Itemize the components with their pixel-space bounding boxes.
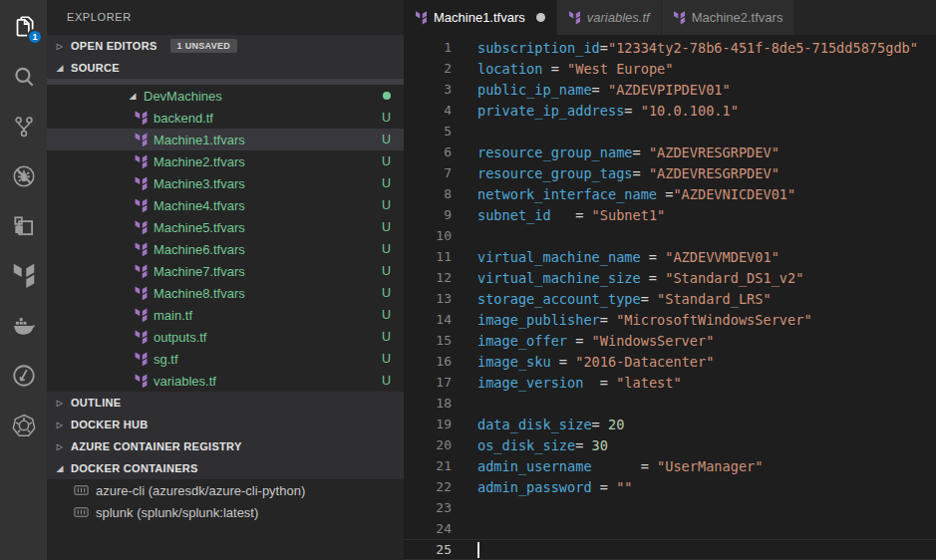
tree-row-machine8-tfvars[interactable]: Machine8.tfvarsU xyxy=(47,282,404,304)
file-name: Machine8.tfvars xyxy=(154,286,245,301)
line-number: 16 xyxy=(404,354,452,369)
tree-row-machine6-tfvars[interactable]: Machine6.tfvarsU xyxy=(47,238,404,260)
tree-row-backend-tf[interactable]: backend.tfU xyxy=(47,107,404,129)
tree-row-machine1-tfvars[interactable]: Machine1.tfvarsU xyxy=(47,129,404,150)
tree-row-devmachines[interactable]: ◢DevMachines xyxy=(47,85,404,107)
code-line-14[interactable]: 14image_publisher= "MicrosoftWindowsServ… xyxy=(404,309,936,330)
tree-row-machine4-tfvars[interactable]: Machine4.tfvarsU xyxy=(47,194,404,216)
tree-row-variables-tf[interactable]: variables.tfU xyxy=(47,370,404,392)
git-status-badge: U xyxy=(382,220,391,234)
line-content: public_ip_name= "AZDEVPIPDEV01" xyxy=(477,82,731,98)
code-line-22[interactable]: 22admin_password = "" xyxy=(404,476,936,497)
activity-item-gauge[interactable] xyxy=(0,351,47,401)
file-name: variables.tf xyxy=(154,374,216,389)
search-icon xyxy=(11,64,37,90)
activity-item-source-control[interactable] xyxy=(0,102,47,151)
line-number: 25 xyxy=(404,542,452,557)
line-number: 5 xyxy=(404,124,452,139)
code-line-15[interactable]: 15image_offer = "WindowsServer" xyxy=(404,330,936,351)
code-line-1[interactable]: 1subscription_id="12334ty2-78b6-451f-8de… xyxy=(404,37,936,58)
section-docker-containers[interactable]: ◢DOCKER CONTAINERS xyxy=(47,457,404,479)
file-name: outputs.tf xyxy=(154,330,206,345)
unsaved-count-badge: 1 UNSAVED xyxy=(170,39,238,53)
gauge-icon xyxy=(11,363,37,389)
code-line-4[interactable]: 4private_ip_address= "10.0.100.1" xyxy=(404,100,936,121)
tree-row-machine5-tfvars[interactable]: Machine5.tfvarsU xyxy=(47,216,404,238)
code-line-24[interactable]: 24 xyxy=(404,518,936,539)
code-line-25[interactable]: 25 xyxy=(404,539,936,560)
tab-bar: Machine1.tfvarsvariables.tfMachine2.tfva… xyxy=(404,0,936,35)
section-source[interactable]: ◢ SOURCE xyxy=(47,57,404,79)
activity-item-debug-disabled[interactable] xyxy=(0,151,47,201)
activity-item-kubernetes[interactable] xyxy=(0,401,47,450)
code-line-18[interactable]: 18 xyxy=(404,393,936,414)
line-number: 2 xyxy=(404,61,452,76)
code-line-12[interactable]: 12virtual_machine_size = "Standard_DS1_v… xyxy=(404,267,936,288)
activity-bar: 1 xyxy=(0,0,47,560)
code-line-23[interactable]: 23 xyxy=(404,497,936,518)
line-content: virtual_machine_size = "Standard_DS1_v2" xyxy=(477,270,803,286)
code-line-8[interactable]: 8network_interface_name ="AZDEVNICDEV01" xyxy=(404,183,936,204)
code-line-11[interactable]: 11virtual_machine_name = "AZDEVVMDEV01" xyxy=(404,246,936,267)
git-status-badge: U xyxy=(382,352,391,366)
tab-machine2-tfvars[interactable]: Machine2.tfvars xyxy=(662,0,795,35)
git-status-badge: U xyxy=(382,308,391,322)
code-line-16[interactable]: 16image_sku = "2016-Datacenter" xyxy=(404,351,936,372)
code-line-7[interactable]: 7resource_group_tags= "AZDEVRESGRPDEV" xyxy=(404,162,936,183)
docker-icon xyxy=(11,313,37,339)
file-name: Machine3.tfvars xyxy=(154,176,245,191)
terraform-icon xyxy=(11,263,37,289)
activity-item-terraform[interactable] xyxy=(0,251,47,301)
line-number: 13 xyxy=(404,291,452,306)
terraform-file-icon xyxy=(135,374,149,389)
tab-machine1-tfvars[interactable]: Machine1.tfvars xyxy=(404,0,557,35)
line-number: 23 xyxy=(404,500,452,515)
section-docker-hub[interactable]: ▷DOCKER HUB xyxy=(47,414,404,435)
tree-row-sg-tf[interactable]: sg.tfU xyxy=(47,348,404,370)
container-label: azure-cli (azuresdk/azure-cli-python) xyxy=(96,483,305,498)
code-line-19[interactable]: 19data_disk_size= 20 xyxy=(404,414,936,434)
code-line-2[interactable]: 2location = "West Europe" xyxy=(404,58,936,79)
terraform-file-icon xyxy=(135,352,149,367)
code-line-10[interactable]: 10 xyxy=(404,225,936,246)
code-line-3[interactable]: 3public_ip_name= "AZDEVPIPDEV01" xyxy=(404,79,936,100)
terraform-file-icon xyxy=(135,286,149,301)
code-line-5[interactable]: 5 xyxy=(404,121,936,141)
terraform-file-icon xyxy=(135,198,149,213)
code-line-20[interactable]: 20os_disk_size= 30 xyxy=(404,434,936,455)
tab-variables-tf[interactable]: variables.tf xyxy=(557,0,662,35)
code-line-17[interactable]: 17image_version = "latest" xyxy=(404,372,936,393)
tree-row-machine2-tfvars[interactable]: Machine2.tfvarsU xyxy=(47,150,404,172)
tree-row-main-tf[interactable]: main.tfU xyxy=(47,304,404,326)
terraform-file-icon xyxy=(135,220,149,235)
activity-item-explorer[interactable]: 1 xyxy=(0,2,47,52)
tree-row-machine3-tfvars[interactable]: Machine3.tfvarsU xyxy=(47,172,404,194)
vscode-window: 1 EXPLORER ▷ OPEN EDITORS 1 UNSAVED ◢ SO… xyxy=(0,0,936,560)
tree-row-outputs-tf[interactable]: outputs.tfU xyxy=(47,326,404,348)
line-number: 24 xyxy=(404,521,452,536)
dirty-indicator-dot xyxy=(536,13,545,22)
code-line-9[interactable]: 9subnet_id = "Subnet1" xyxy=(404,204,936,225)
git-status-badge: U xyxy=(382,330,391,344)
activity-item-search[interactable] xyxy=(0,52,47,102)
section-azure-container-registry[interactable]: ▷AZURE CONTAINER REGISTRY xyxy=(47,435,404,457)
tree-row-machine7-tfvars[interactable]: Machine7.tfvarsU xyxy=(47,260,404,282)
code-line-6[interactable]: 6resource_group_name= "AZDEVRESGRPDEV" xyxy=(404,141,936,162)
editor-code-area[interactable]: 1subscription_id="12334ty2-78b6-451f-8de… xyxy=(404,35,936,560)
container-item[interactable]: azure-cli (azuresdk/azure-cli-python) xyxy=(47,479,404,501)
text-cursor xyxy=(477,542,479,558)
file-name: Machine7.tfvars xyxy=(154,264,245,279)
section-open-editors[interactable]: ▷ OPEN EDITORS 1 UNSAVED xyxy=(47,35,404,57)
extensions-icon xyxy=(11,213,37,239)
terraform-file-icon xyxy=(415,11,428,25)
code-line-13[interactable]: 13storage_account_type= "Standard_LRS" xyxy=(404,288,936,309)
tab-label: variables.tf xyxy=(587,10,650,25)
section-outline[interactable]: ▷OUTLINE xyxy=(47,392,404,414)
activity-item-extensions[interactable] xyxy=(0,201,47,251)
activity-item-docker[interactable] xyxy=(0,301,47,351)
line-number: 14 xyxy=(404,312,452,327)
container-item[interactable]: splunk (splunk/splunk:latest) xyxy=(47,501,404,523)
line-number: 15 xyxy=(404,333,452,348)
file-name: main.tf xyxy=(154,308,192,323)
code-line-21[interactable]: 21admin_username = "UserManager" xyxy=(404,455,936,476)
